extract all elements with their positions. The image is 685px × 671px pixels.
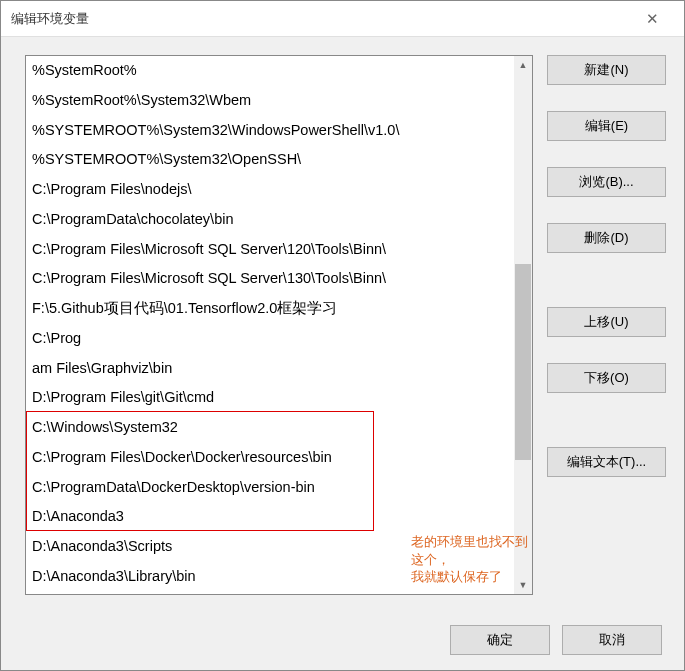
browse-button[interactable]: 浏览(B)... [547,167,666,197]
list-item[interactable]: %SystemRoot%\System32\Wbem [26,86,514,116]
close-icon[interactable]: ✕ [630,1,674,37]
list-item[interactable]: C:\Windows\System32 [26,413,514,443]
path-list-wrap: %SystemRoot%%SystemRoot%\System32\Wbem%S… [25,55,533,595]
scroll-up-icon[interactable]: ▲ [514,56,532,74]
movedown-button[interactable]: 下移(O) [547,363,666,393]
list-item[interactable]: F:\5.Github项目代码\01.Tensorflow2.0框架学习 [26,294,514,324]
list-item[interactable]: D:\Program Files\git\Git\cmd [26,383,514,413]
content-area: %SystemRoot%%SystemRoot%\System32\Wbem%S… [1,37,684,610]
button-column: 新建(N) 编辑(E) 浏览(B)... 删除(D) 上移(U) 下移(O) 编… [547,55,666,600]
list-item[interactable]: C:\ProgramData\chocolatey\bin [26,205,514,235]
path-listbox[interactable]: %SystemRoot%%SystemRoot%\System32\Wbem%S… [25,55,533,595]
vertical-scrollbar[interactable]: ▲ ▼ [514,56,532,594]
list-item[interactable]: am Files\Graphviz\bin [26,354,514,384]
list-item[interactable]: C:\Program Files\Microsoft SQL Server\13… [26,264,514,294]
ok-button[interactable]: 确定 [450,625,550,655]
annotation-text: 老的环境里也找不到这个，我就默认保存了 [411,533,533,586]
list-item[interactable]: %SYSTEMROOT%\System32\WindowsPowerShell\… [26,116,514,146]
list-item[interactable]: C:\Program Files\Microsoft SQL Server\12… [26,235,514,265]
delete-button[interactable]: 删除(D) [547,223,666,253]
moveup-button[interactable]: 上移(U) [547,307,666,337]
path-list-inner: %SystemRoot%%SystemRoot%\System32\Wbem%S… [26,56,514,594]
dialog-window: 编辑环境变量 ✕ %SystemRoot%%SystemRoot%\System… [0,0,685,671]
cancel-button[interactable]: 取消 [562,625,662,655]
titlebar: 编辑环境变量 ✕ [1,1,684,37]
list-item[interactable]: C:\ProgramData\DockerDesktop\version-bin [26,473,514,503]
list-item[interactable]: D:\Anaconda3 [26,502,514,532]
edittext-button[interactable]: 编辑文本(T)... [547,447,666,477]
edit-button[interactable]: 编辑(E) [547,111,666,141]
window-title: 编辑环境变量 [11,10,630,28]
scroll-thumb[interactable] [515,264,531,460]
list-item[interactable]: C:\Program Files\Docker\Docker\resources… [26,443,514,473]
list-item[interactable]: %SystemRoot% [26,56,514,86]
list-item[interactable]: %SYSTEMROOT%\System32\OpenSSH\ [26,145,514,175]
list-item[interactable]: D:\Anaconda3\Library\mingw-w64\bin [26,592,514,595]
new-button[interactable]: 新建(N) [547,55,666,85]
footer: 确定 取消 [1,610,684,670]
list-item[interactable]: C:\Program Files\nodejs\ [26,175,514,205]
list-item[interactable]: C:\Prog [26,324,514,354]
